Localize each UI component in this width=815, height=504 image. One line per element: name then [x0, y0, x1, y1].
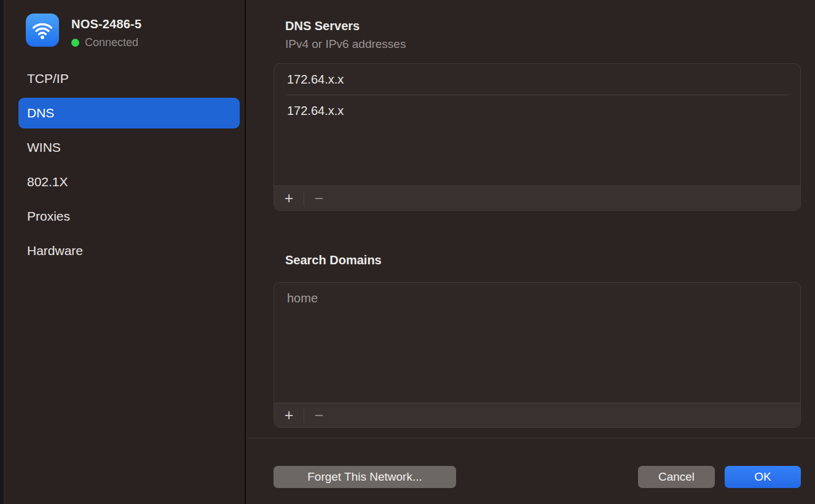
wifi-icon: [26, 14, 59, 47]
network-name: NOS-2486-5: [71, 17, 141, 32]
footer-divider: [247, 438, 815, 438]
network-header: NOS-2486-5 Connected: [26, 14, 141, 49]
search-domains-list-controls: + −: [274, 403, 800, 427]
dns-server-entry[interactable]: 172.64.x.x: [274, 64, 800, 95]
search-domains-title: Search Domains: [285, 252, 382, 268]
cancel-button[interactable]: Cancel: [638, 466, 715, 488]
search-domains-list: home + −: [274, 282, 801, 428]
network-meta: NOS-2486-5 Connected: [71, 14, 141, 49]
dns-panel: DNS Servers IPv4 or IPv6 addresses 172.6…: [247, 0, 815, 504]
sidebar-item-proxies[interactable]: Proxies: [18, 201, 240, 232]
settings-nav: TCP/IP DNS WINS 802.1X Proxies Hardware: [18, 63, 240, 270]
sidebar-item-tcpip[interactable]: TCP/IP: [18, 63, 240, 94]
network-sidebar: NOS-2486-5 Connected TCP/IP DNS WINS 802…: [5, 0, 246, 504]
sidebar-item-wins[interactable]: WINS: [18, 132, 240, 163]
network-status: Connected: [71, 36, 141, 49]
sidebar-item-dns[interactable]: DNS: [18, 98, 240, 128]
dns-server-entry[interactable]: 172.64.x.x: [274, 95, 800, 126]
dns-servers-title: DNS Servers: [285, 18, 360, 34]
ok-button[interactable]: OK: [725, 466, 801, 488]
window-edge-strip: [0, 0, 4, 504]
add-search-domain-button[interactable]: +: [274, 403, 304, 428]
forget-network-button[interactable]: Forget This Network...: [274, 466, 456, 488]
sidebar-item-8021x[interactable]: 802.1X: [18, 167, 240, 197]
add-dns-server-button[interactable]: +: [274, 186, 304, 211]
connected-status-dot: [71, 39, 79, 47]
search-domain-entry[interactable]: home: [274, 283, 800, 313]
connected-status-label: Connected: [85, 36, 138, 49]
sidebar-item-hardware[interactable]: Hardware: [18, 235, 240, 266]
dns-servers-list: 172.64.x.x 172.64.x.x + −: [274, 63, 801, 211]
dns-servers-list-controls: + −: [274, 186, 800, 210]
remove-search-domain-button[interactable]: −: [304, 403, 334, 428]
remove-dns-server-button[interactable]: −: [304, 186, 334, 211]
dns-servers-subtitle: IPv4 or IPv6 addresses: [285, 37, 406, 52]
